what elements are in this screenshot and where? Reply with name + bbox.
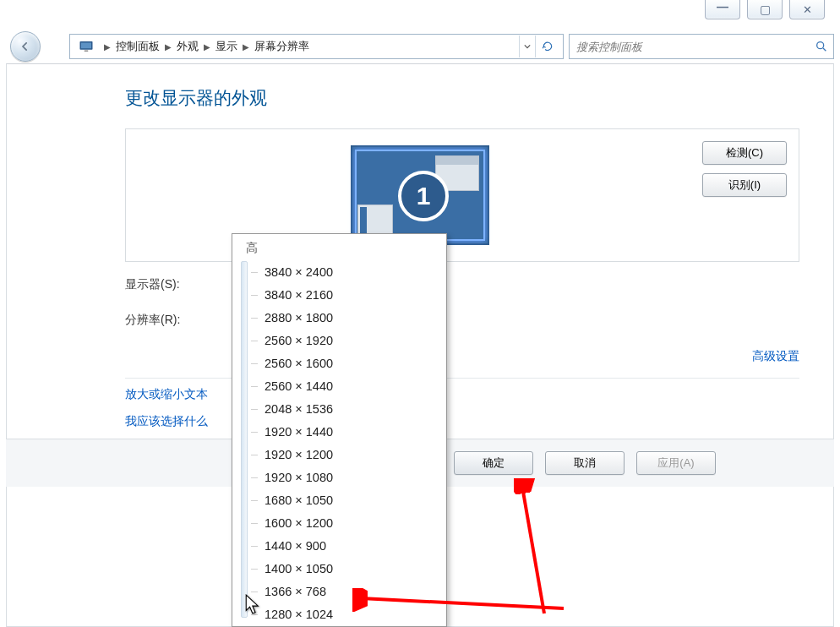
breadcrumb-item[interactable]: 控制面板 (116, 39, 160, 54)
chevron-down-icon (524, 43, 531, 50)
text-size-link[interactable]: 放大或缩小文本 (125, 387, 799, 402)
maximize-icon: ▢ (760, 3, 771, 16)
resolution-dropdown-popup: 高 3840 × 2400 3840 × 2160 2880 × 1800 25… (232, 233, 447, 627)
resolution-option[interactable]: 2048 × 1536 (265, 398, 438, 421)
resolution-label: 分辨率(R): (125, 313, 226, 328)
resolution-option[interactable]: 1920 × 1200 (265, 444, 438, 466)
resolution-option[interactable]: 2560 × 1600 (265, 352, 438, 375)
cancel-button[interactable]: 取消 (545, 451, 625, 475)
page-title: 更改显示器的外观 (125, 86, 799, 110)
identify-button[interactable]: 识别(I) (702, 173, 787, 197)
resolution-option[interactable]: 1920 × 1440 (265, 421, 438, 444)
chevron-right-icon: ▶ (243, 42, 249, 52)
search-icon (815, 40, 828, 53)
breadcrumb: ▶ 控制面板 ▶ 外观 ▶ 显示 ▶ 屏幕分辨率 (99, 39, 309, 54)
close-icon: ✕ (803, 3, 812, 16)
window-caption-buttons: — ▢ ✕ (705, 0, 825, 19)
chevron-right-icon: ▶ (165, 42, 172, 52)
refresh-button[interactable] (535, 35, 559, 57)
toolbar: ▶ 控制面板 ▶ 外观 ▶ 显示 ▶ 屏幕分辨率 (6, 32, 834, 61)
refresh-icon (542, 41, 554, 52)
chevron-right-icon: ▶ (204, 42, 210, 52)
display-label: 显示器(S): (125, 277, 226, 292)
minimize-icon: — (717, 0, 728, 14)
search-input[interactable] (575, 40, 815, 54)
annotation-arrow (514, 478, 573, 622)
monitor-icon (79, 39, 94, 54)
resolution-option[interactable]: 2560 × 1440 (265, 375, 438, 398)
svg-rect-1 (81, 43, 91, 49)
maximize-button[interactable]: ▢ (747, 0, 783, 19)
arrow-right-icon (46, 41, 56, 52)
nav-back-button[interactable] (10, 31, 41, 62)
monitor-thumbnail[interactable]: 1 (351, 145, 489, 245)
detect-button[interactable]: 检测(C) (702, 141, 787, 165)
monitor-preview-pane: 1 检测(C) 识别(I) (125, 128, 799, 262)
svg-line-4 (823, 48, 826, 51)
chevron-right-icon: ▶ (104, 42, 111, 52)
which-setting-link[interactable]: 我应该选择什么 (125, 414, 799, 429)
address-dropdown-button[interactable] (519, 35, 535, 57)
resolution-options-list: 3840 × 2400 3840 × 2160 2880 × 1800 2560… (244, 261, 438, 627)
resolution-option[interactable]: 1400 × 1050 (265, 558, 438, 581)
search-box[interactable] (569, 34, 834, 59)
breadcrumb-item[interactable]: 屏幕分辨率 (254, 39, 309, 54)
resolution-option[interactable]: 1920 × 1080 (265, 466, 438, 489)
resolution-option[interactable]: 2560 × 1920 (265, 330, 438, 352)
close-button[interactable]: ✕ (789, 0, 825, 19)
dropdown-high-label: 高 (244, 239, 438, 261)
nav-buttons (6, 32, 69, 61)
apply-button: 应用(A) (636, 451, 716, 475)
svg-rect-2 (85, 51, 89, 52)
resolution-slider-track[interactable] (241, 261, 248, 618)
ok-button[interactable]: 确定 (454, 451, 533, 475)
nav-forward-button[interactable] (37, 34, 63, 60)
arrow-left-icon (19, 41, 31, 52)
resolution-option[interactable]: 1680 × 1050 (265, 489, 438, 512)
resolution-option[interactable]: 1600 × 1200 (265, 512, 438, 535)
breadcrumb-item[interactable]: 显示 (215, 39, 237, 54)
advanced-settings-link[interactable]: 高级设置 (752, 349, 799, 363)
resolution-option[interactable]: 2880 × 1800 (265, 307, 438, 330)
address-bar[interactable]: ▶ 控制面板 ▶ 外观 ▶ 显示 ▶ 屏幕分辨率 (69, 34, 564, 59)
cursor-icon (245, 594, 264, 619)
svg-point-3 (817, 42, 824, 49)
breadcrumb-item[interactable]: 外观 (177, 39, 199, 54)
resolution-option[interactable]: 3840 × 2400 (265, 261, 438, 284)
address-bar-tools (519, 35, 559, 57)
separator (125, 378, 799, 379)
svg-line-6 (522, 487, 544, 613)
resolution-option[interactable]: 1440 × 900 (265, 535, 438, 558)
resolution-option[interactable]: 3840 × 2160 (265, 284, 438, 307)
monitor-number-badge: 1 (398, 171, 449, 221)
minimize-button[interactable]: — (705, 0, 740, 19)
